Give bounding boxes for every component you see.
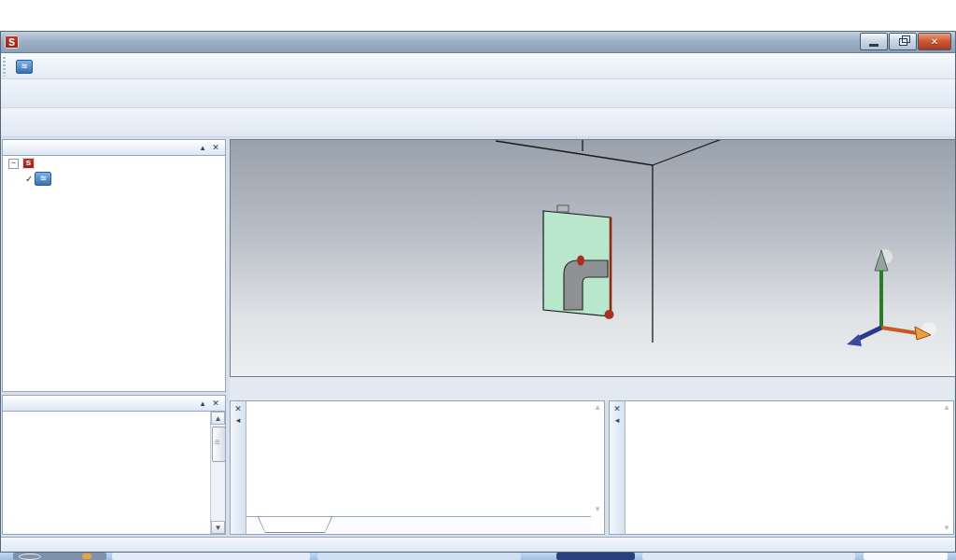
scroll-down-icon[interactable]: ▼ (943, 524, 950, 532)
workspace-panel-body: − S ✓ ≋ (2, 156, 226, 392)
window-controls: ✕ (859, 33, 951, 50)
port-marker (557, 205, 569, 212)
navtree-scrollbar[interactable]: ▲ ▼ (210, 412, 225, 534)
autohide-panel-icon[interactable]: ◂ (232, 414, 245, 426)
tree-expander-icon[interactable]: − (8, 159, 19, 169)
sheet-tab-global[interactable] (259, 517, 331, 532)
scroll-up-icon[interactable]: ▲ (211, 412, 225, 425)
cst-project-icon: S (22, 158, 35, 169)
close-panel-icon[interactable]: ✕ (210, 143, 221, 152)
navtree-panel-header: ▴ ✕ (2, 395, 226, 412)
taskbar-sliver (0, 553, 956, 560)
pin-panel-icon[interactable]: ▴ (197, 143, 208, 152)
toolbar-modeling (0, 108, 956, 137)
message-window-content: ▲ ▼ (626, 401, 953, 534)
minimize-button[interactable] (860, 33, 888, 50)
restore-button[interactable] (889, 33, 917, 50)
document-tabbar (230, 377, 954, 400)
scroll-up-icon[interactable]: ▲ (594, 403, 601, 412)
tree-item-workspace-root[interactable]: − S (3, 156, 225, 171)
pick-point-1 (577, 256, 584, 266)
scroll-up-icon[interactable]: ▲ (943, 403, 950, 412)
taskbar-item (317, 553, 521, 560)
restore-icon (899, 38, 907, 46)
application-window: S ✕ ≋ ▴ ✕ − S ✓ ≋ ▴ (0, 0, 956, 560)
taskbar-item (82, 553, 91, 559)
document-menu-icon: ≋ (16, 60, 33, 74)
scroll-down-icon[interactable]: ▼ (211, 521, 225, 534)
taskbar-item (864, 553, 948, 560)
taskbar-item (112, 553, 310, 560)
titlebar: S ✕ (0, 31, 956, 53)
scrollbar-thumb[interactable] (212, 427, 226, 462)
toolbar-standard (0, 79, 956, 108)
taskbar-orb (19, 553, 41, 560)
parameter-list-strip: ✕ ◂ (231, 401, 246, 534)
viewport-canvas[interactable] (231, 140, 955, 376)
sheet-tab-row (246, 516, 591, 534)
pin-panel-icon[interactable]: ▴ (197, 399, 208, 408)
workspace-panel-header: ▴ ✕ (2, 139, 226, 156)
statusbar (0, 537, 956, 553)
message-window-panel: ✕ ◂ ▲ ▼ (609, 400, 954, 535)
close-button[interactable]: ✕ (918, 33, 951, 50)
check-icon: ✓ (25, 174, 33, 184)
menubar-grip (3, 57, 6, 77)
parameter-list-panel: ✕ ◂ ▲ ▼ (230, 400, 605, 535)
scroll-down-icon[interactable]: ▼ (594, 505, 601, 513)
message-window-strip: ✕ ◂ (610, 401, 626, 534)
autohide-panel-icon[interactable]: ◂ (612, 414, 624, 426)
close-panel-icon[interactable]: ✕ (232, 403, 245, 414)
tree-item-project-file[interactable]: ✓ ≋ (3, 171, 225, 186)
pick-point-2 (605, 310, 614, 319)
menubar: ≋ (0, 54, 956, 79)
close-panel-icon[interactable]: ✕ (210, 399, 221, 408)
app-logo-icon: S (5, 35, 19, 49)
parameter-table-wrap: ▲ ▼ (246, 401, 604, 534)
close-panel-icon[interactable]: ✕ (612, 403, 624, 414)
taskbar-item (556, 553, 635, 560)
model-file-icon: ≋ (35, 172, 51, 186)
navtree-panel-body: ▲ ▼ (2, 412, 226, 535)
minimize-icon (869, 44, 879, 47)
viewport-3d[interactable] (230, 139, 956, 377)
taskbar-item (642, 553, 855, 560)
axes-widget (847, 249, 936, 346)
